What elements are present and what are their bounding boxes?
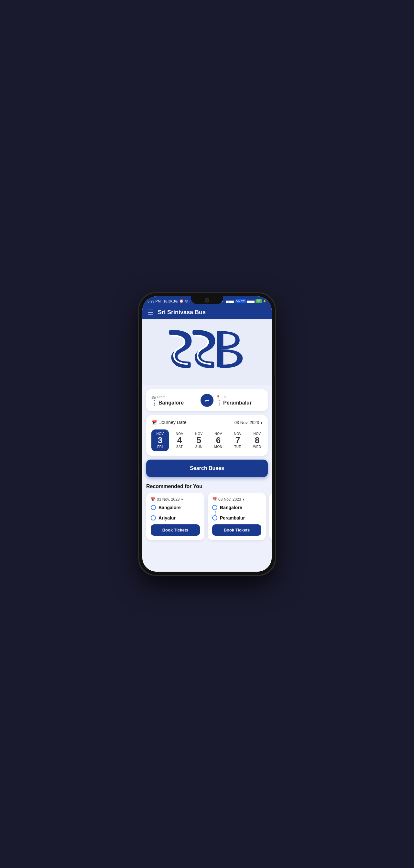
nav-bar: ☰ Sri Srinivasa Bus (142, 305, 272, 319)
side-button (275, 358, 275, 374)
phone-frame: 6:29 PM 16.3KB/s ⏰ ◎ · VoLTE 4G+ ▅▅▅ VoL… (139, 293, 275, 575)
camera-dot (205, 299, 209, 302)
date-day-1: SAT (176, 445, 183, 448)
to-dots: ⋮ (216, 400, 222, 406)
logo-section (142, 319, 272, 385)
search-buses-button[interactable]: Search Buses (146, 460, 268, 477)
date-num-2: 5 (197, 436, 201, 445)
rec-to-circle-2 (212, 515, 217, 521)
rec-book-btn-2[interactable]: Book Tickets (212, 524, 261, 536)
time-display: 6:29 PM (147, 299, 161, 303)
rec-from-2: Bangalore (212, 505, 261, 510)
rec-connector-2: ⋮ (212, 511, 261, 515)
date-num-5: 8 (255, 436, 260, 445)
signal-bars2: ▅▅▅ (247, 299, 254, 303)
from-dots: ⋮ (151, 400, 157, 406)
date-num-0: 3 (158, 436, 162, 445)
rec-route-1: Bangalore ⋮ Ariyalur (151, 505, 200, 521)
rec-date-1: 📅 03 Nov, 2023 ▾ (151, 497, 200, 502)
selected-date-display[interactable]: 03 Nov, 2023 ▾ (235, 420, 263, 425)
rec-card-3[interactable]: 📅 03 No ⋮ B (269, 493, 272, 540)
date-item-4[interactable]: NOV 7 TUE (229, 430, 246, 451)
bus-icon: 🚌 (151, 395, 156, 399)
rec-connector-1: ⋮ (151, 511, 200, 515)
route-to: 📍 To ⋮ Perambalur (216, 395, 263, 406)
date-num-3: 6 (216, 436, 220, 445)
menu-icon[interactable]: ☰ (147, 308, 153, 316)
ssb-logo (162, 327, 252, 379)
date-day-3: MON (214, 445, 222, 448)
battery-indicator: 95 (255, 299, 262, 303)
phone-inner: 6:29 PM 16.3KB/s ⏰ ◎ · VoLTE 4G+ ▅▅▅ VoL… (142, 296, 272, 572)
rec-to-2: Perambalur (212, 515, 261, 521)
recommended-header: Recommended for You (142, 482, 272, 493)
rec-date-2: 📅 03 Nov, 2023 ▾ (212, 497, 261, 502)
journey-date-card: 📅 Journey Date 03 Nov, 2023 ▾ NOV 3 FRI … (146, 415, 268, 456)
alarm-icon: ⏰ (179, 299, 184, 303)
swap-button[interactable]: ⇌ (201, 394, 213, 407)
wifi-icon: ◎ (185, 299, 188, 303)
rec-to-1: Ariyalur (151, 515, 200, 521)
journey-date-label: 📅 Journey Date (151, 420, 186, 425)
from-label: 🚌 From (151, 395, 198, 399)
rec-card-2[interactable]: 📅 03 Nov, 2023 ▾ Bangalore ⋮ Perambalur (208, 493, 266, 540)
rec-date-icon-2: 📅 (212, 497, 217, 502)
status-left: 6:29 PM 16.3KB/s ⏰ ◎ · (147, 299, 191, 303)
dot-indicator: · (189, 299, 191, 303)
date-header: 📅 Journey Date 03 Nov, 2023 ▾ (151, 420, 263, 425)
date-strip: NOV 3 FRI NOV 4 SAT NOV 5 SUN NOV 6 MON … (151, 430, 263, 451)
charging-icon: ⚡ (263, 299, 267, 303)
rec-card-1[interactable]: 📅 03 Nov, 2023 ▾ Bangalore ⋮ Ariyalur (146, 493, 204, 540)
signal-bars1: ▅▅▅ (226, 299, 234, 303)
date-item-0[interactable]: NOV 3 FRI (151, 430, 169, 451)
chevron-down-icon: ▾ (261, 420, 263, 425)
rec-from-circle-1 (151, 505, 156, 510)
date-day-4: TUE (234, 445, 241, 448)
notch (191, 296, 223, 304)
rec-date-icon-1: 📅 (151, 497, 156, 502)
to-label: 📍 To (216, 395, 263, 399)
recommended-scroll: 📅 03 Nov, 2023 ▾ Bangalore ⋮ Ariyalur (142, 493, 272, 547)
location-icon: 📍 (216, 395, 220, 399)
date-num-4: 7 (236, 436, 240, 445)
route-card[interactable]: 🚌 From ⋮ Bangalore ⇌ 📍 To (146, 389, 268, 411)
rec-chevron-1: ▾ (181, 497, 183, 502)
rec-from-circle-2 (212, 505, 217, 510)
rec-route-2: Bangalore ⋮ Perambalur (212, 505, 261, 521)
from-city: ⋮ Bangalore (151, 400, 198, 406)
date-day-2: SUN (195, 445, 203, 448)
app-title: Sri Srinivasa Bus (158, 309, 206, 316)
rec-to-circle-1 (151, 515, 156, 521)
date-day-5: WED (253, 445, 261, 448)
date-item-3[interactable]: NOV 6 MON (210, 430, 227, 451)
date-item-5[interactable]: NOV 8 WED (248, 430, 263, 451)
data-speed: 16.3KB/s (163, 299, 178, 303)
rec-book-btn-1[interactable]: Book Tickets (151, 524, 200, 536)
signal-label2: VoLTE (236, 299, 246, 303)
rec-chevron-2: ▾ (243, 497, 244, 502)
date-num-1: 4 (177, 436, 182, 445)
rec-from-1: Bangalore (151, 505, 200, 510)
date-item-1[interactable]: NOV 4 SAT (171, 430, 188, 451)
to-city: ⋮ Perambalur (216, 400, 263, 406)
scroll-content: 🚌 From ⋮ Bangalore ⇌ 📍 To (142, 319, 272, 572)
route-from: 🚌 From ⋮ Bangalore (151, 395, 198, 406)
swap-icon: ⇌ (205, 397, 209, 404)
calendar-icon: 📅 (151, 420, 157, 425)
date-day-0: FRI (157, 445, 163, 448)
date-item-2[interactable]: NOV 5 SUN (190, 430, 208, 451)
